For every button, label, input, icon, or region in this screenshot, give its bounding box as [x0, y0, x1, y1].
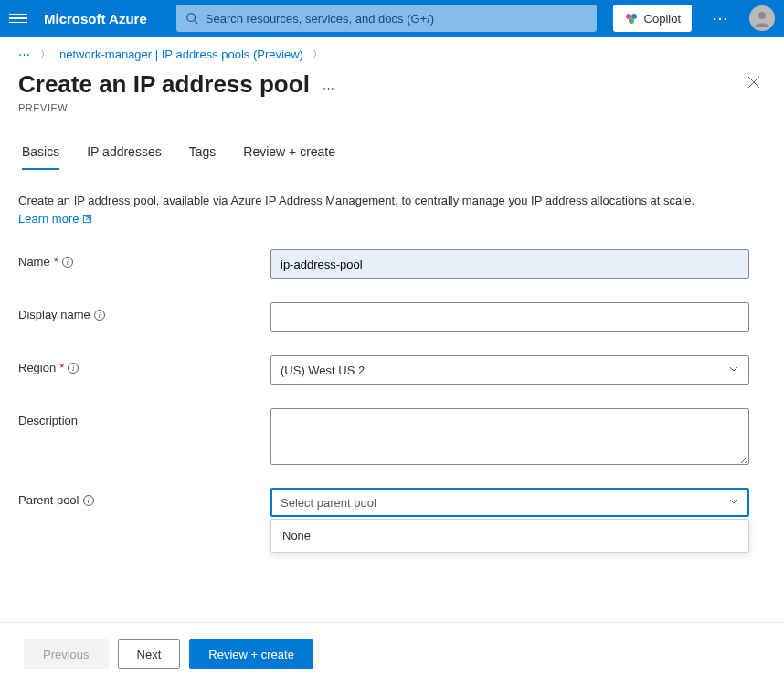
close-button[interactable] — [742, 70, 766, 98]
description-label: Description — [18, 408, 270, 427]
info-icon[interactable]: i — [62, 257, 73, 268]
svg-point-5 — [758, 12, 766, 19]
tab-basics[interactable]: Basics — [22, 144, 59, 170]
info-icon[interactable]: i — [94, 310, 105, 321]
page-title: Create an IP address pool — [18, 70, 310, 99]
top-bar: Microsoft Azure Copilot ⋯ — [0, 0, 784, 37]
svg-line-1 — [194, 21, 197, 25]
copilot-icon — [624, 11, 639, 26]
parent-pool-label: Parent pool i — [18, 488, 270, 507]
chevron-down-icon — [728, 364, 739, 377]
name-input[interactable] — [270, 249, 749, 279]
region-value: (US) West US 2 — [281, 364, 365, 377]
previous-button: Previous — [24, 639, 109, 669]
description-textarea[interactable] — [270, 408, 749, 465]
form-row-display-name: Display name i — [18, 302, 766, 332]
svg-point-4 — [629, 18, 634, 24]
chevron-right-icon: 〉 — [40, 47, 50, 61]
svg-line-9 — [86, 216, 90, 220]
form-row-description: Description — [18, 408, 766, 468]
copilot-label: Copilot — [644, 12, 681, 26]
display-name-input[interactable] — [270, 302, 749, 332]
search-input[interactable] — [206, 12, 588, 26]
region-select[interactable]: (US) West US 2 — [270, 355, 749, 385]
heading-more-icon[interactable]: ⋯ — [323, 81, 335, 95]
copilot-button[interactable]: Copilot — [613, 5, 692, 32]
tab-review-create[interactable]: Review + create — [243, 144, 335, 170]
name-label: Name * i — [18, 249, 270, 269]
description-block: Create an IP address pool, available via… — [0, 170, 784, 227]
info-icon[interactable]: i — [83, 495, 94, 506]
svg-point-2 — [626, 14, 631, 19]
required-indicator: * — [59, 361, 64, 374]
search-box[interactable] — [176, 5, 597, 32]
page-subtitle: PREVIEW — [0, 99, 784, 113]
tab-ip-addresses[interactable]: IP addresses — [87, 144, 161, 170]
tab-strip: Basics IP addresses Tags Review + create — [0, 144, 784, 170]
footer-bar: Previous Next Review + create — [0, 622, 784, 685]
description-text: Create an IP address pool, available via… — [18, 194, 694, 207]
parent-pool-placeholder: Select parent pool — [281, 496, 376, 510]
hamburger-menu-icon[interactable] — [9, 9, 27, 27]
parent-pool-dropdown: None — [270, 519, 749, 553]
breadcrumb-link[interactable]: network-manager | IP address pools (Prev… — [59, 47, 303, 61]
review-create-button[interactable]: Review + create — [189, 639, 313, 669]
avatar[interactable] — [749, 5, 775, 31]
form-row-parent-pool: Parent pool i Select parent pool None — [18, 488, 766, 553]
breadcrumb: ⋯ 〉 network-manager | IP address pools (… — [0, 37, 784, 67]
chevron-down-icon — [728, 496, 739, 510]
close-icon — [747, 76, 760, 89]
svg-point-3 — [631, 14, 637, 19]
region-label: Region * i — [18, 355, 270, 374]
svg-point-0 — [187, 14, 196, 22]
search-icon — [185, 12, 198, 25]
breadcrumb-more-icon[interactable]: ⋯ — [18, 47, 31, 61]
next-button[interactable]: Next — [118, 639, 181, 669]
learn-more-link[interactable]: Learn more — [18, 210, 92, 228]
avatar-icon — [753, 9, 771, 27]
parent-pool-select[interactable]: Select parent pool — [270, 488, 749, 517]
parent-pool-option-none[interactable]: None — [271, 520, 748, 552]
info-icon[interactable]: i — [68, 363, 79, 374]
brand-label[interactable]: Microsoft Azure — [44, 11, 147, 26]
display-name-label: Display name i — [18, 302, 270, 321]
external-link-icon — [82, 214, 92, 224]
tab-tags[interactable]: Tags — [189, 144, 217, 170]
required-indicator: * — [54, 255, 58, 269]
chevron-right-icon: 〉 — [313, 47, 323, 61]
form-row-region: Region * i (US) West US 2 — [18, 355, 766, 385]
heading-row: Create an IP address pool ⋯ — [0, 67, 784, 99]
topbar-more-icon[interactable]: ⋯ — [703, 8, 738, 28]
form: Name * i Display name i Region * i (US) … — [0, 227, 784, 553]
form-row-name: Name * i — [18, 249, 766, 279]
